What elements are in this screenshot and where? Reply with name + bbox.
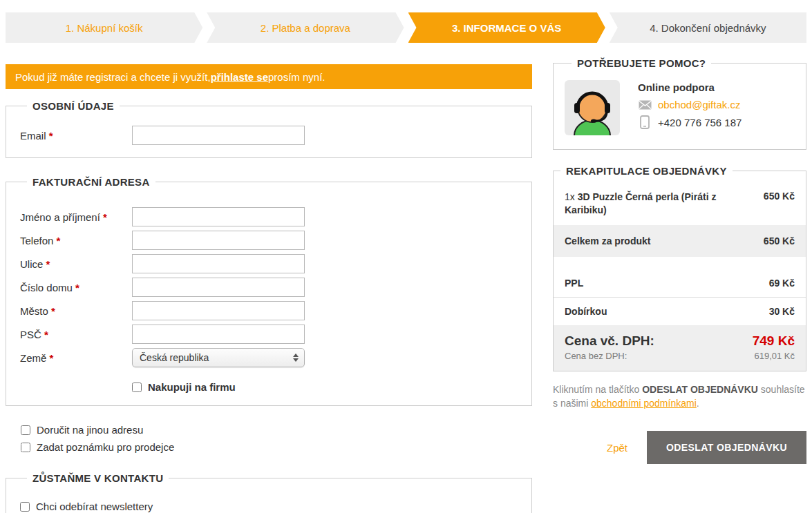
- payment-price: 30 Kč: [769, 306, 795, 317]
- total-excl-vat-label: Cena bez DPH:: [565, 351, 627, 361]
- login-banner-text-after: prosím nyní.: [268, 71, 325, 83]
- support-avatar: [565, 80, 620, 135]
- country-selected-value: Česká republika: [140, 352, 209, 363]
- submit-order-button[interactable]: ODESLAT OBJEDNÁVKU: [647, 431, 806, 464]
- total-incl-vat-price: 749 Kč: [753, 333, 795, 349]
- email-icon: [638, 100, 652, 110]
- newsletter-label[interactable]: Chci odebírat newslettery: [36, 501, 153, 512]
- step-order-completion: 4. Dokončení objednávky: [610, 12, 806, 43]
- seller-note-checkbox[interactable]: [21, 443, 30, 452]
- terms-link[interactable]: obchodními podmínkami: [591, 398, 697, 409]
- billing-address-section: FAKTURAČNÍ ADRESA Jméno a příjmení * Tel…: [6, 176, 532, 406]
- sidebar: POTŘEBUJETE POMOC?: [553, 57, 806, 464]
- login-banner-text-before: Pokud již máte registraci a chcete ji vy…: [15, 71, 211, 83]
- support-email-link[interactable]: obchod@giftak.cz: [658, 99, 740, 110]
- checkout-steps: 1. Nákupní košík 2. Platba a doprava 3. …: [6, 12, 806, 43]
- support-title: Online podpora: [638, 81, 742, 93]
- required-mark: *: [51, 305, 55, 317]
- item-name: 3D Puzzle Černá perla (Piráti z Karibiku…: [565, 191, 716, 215]
- required-mark: *: [44, 329, 48, 340]
- login-link[interactable]: přihlaste se: [211, 71, 268, 83]
- company-purchase-checkbox[interactable]: [132, 383, 142, 392]
- total-row: Cena vč. DPH: 749 Kč Cena bez DPH: 619,0…: [554, 325, 806, 371]
- country-label: Země *: [20, 352, 132, 364]
- full-name-label: Jméno a příjmení *: [20, 211, 132, 223]
- required-mark: *: [75, 282, 79, 293]
- house-number-input[interactable]: [132, 278, 305, 297]
- billing-address-legend: FAKTURAČNÍ ADRESA: [27, 176, 155, 188]
- back-link[interactable]: Zpět: [607, 442, 627, 454]
- total-incl-vat-label: Cena vč. DPH:: [565, 333, 654, 349]
- item-quantity: 1x: [565, 191, 578, 202]
- other-address-checkbox[interactable]: [21, 425, 30, 435]
- shipping-label: PPL: [565, 278, 583, 289]
- subtotal-label: Celkem za produkt: [565, 235, 650, 246]
- seller-note-label[interactable]: Zadat poznámku pro prodejce: [37, 441, 174, 453]
- newsletter-checkbox[interactable]: [20, 502, 30, 512]
- payment-row: Dobírkou 30 Kč: [554, 298, 806, 325]
- main-column: Pokud již máte registraci a chcete ji vy…: [6, 64, 532, 513]
- item-price: 650 Kč: [764, 191, 795, 217]
- actions-row: Zpět ODESLAT OBJEDNÁVKU: [553, 431, 806, 464]
- help-legend: POTŘEBUJETE POMOC?: [572, 57, 711, 69]
- stay-in-touch-legend: ZŮSTAŇME V KONTAKTU: [27, 472, 169, 484]
- login-banner: Pokud již máte registraci a chcete ji vy…: [6, 64, 532, 89]
- city-label: Město *: [20, 305, 132, 317]
- zip-label: PSČ *: [20, 329, 132, 340]
- shipping-row: PPL 69 Kč: [554, 269, 806, 298]
- personal-data-section: OSOBNÍ ÚDAJE Email *: [6, 100, 532, 158]
- payment-label: Dobírkou: [565, 306, 607, 317]
- city-input[interactable]: [132, 301, 305, 320]
- total-excl-vat-price: 619,01 Kč: [754, 351, 795, 361]
- shipping-price: 69 Kč: [769, 278, 795, 289]
- subtotal-price: 650 Kč: [764, 235, 795, 246]
- extra-options: Doručit na jinou adresu Zadat poznámku p…: [21, 424, 532, 453]
- step-cart[interactable]: 1. Nákupní košík: [6, 12, 202, 43]
- zip-input[interactable]: [132, 325, 305, 344]
- order-item-row: 1x 3D Puzzle Černá perla (Piráti z Karib…: [554, 181, 806, 225]
- required-mark: *: [103, 211, 107, 223]
- full-name-input[interactable]: [132, 207, 305, 226]
- required-mark: *: [46, 258, 50, 270]
- phone-icon: [638, 115, 652, 129]
- step-your-information[interactable]: 3. INFORMACE O VÁS: [408, 12, 605, 43]
- street-label: Ulice *: [20, 258, 132, 270]
- phone-input[interactable]: [132, 231, 305, 250]
- personal-data-legend: OSOBNÍ ÚDAJE: [27, 100, 120, 112]
- terms-note: Kliknutím na tlačítko ODESLAT OBJEDNÁVKU…: [553, 383, 806, 411]
- email-label: Email *: [20, 130, 132, 142]
- step-payment-shipping[interactable]: 2. Platba a doprava: [207, 12, 404, 43]
- help-section: POTŘEBUJETE POMOC?: [553, 57, 806, 150]
- product-subtotal-row: Celkem za produkt 650 Kč: [554, 225, 806, 257]
- terms-button-name: ODESLAT OBJEDNÁVKU: [642, 384, 758, 395]
- country-select[interactable]: Česká republika: [132, 348, 305, 367]
- checkout-page: 1. Nákupní košík 2. Platba a doprava 3. …: [0, 0, 812, 513]
- order-summary-section: REKAPITULACE OBJEDNÁVKY 1x 3D Puzzle Čer…: [553, 165, 806, 371]
- support-phone: +420 776 756 187: [658, 117, 742, 128]
- phone-label: Telefon *: [20, 235, 132, 246]
- order-summary-legend: REKAPITULACE OBJEDNÁVKY: [560, 165, 733, 177]
- street-input[interactable]: [132, 254, 305, 273]
- required-mark: *: [49, 130, 53, 142]
- required-mark: *: [57, 235, 61, 246]
- select-arrows-icon: [293, 354, 299, 362]
- email-input[interactable]: [132, 126, 305, 145]
- house-number-label: Číslo domu *: [20, 282, 132, 293]
- stay-in-touch-section: ZŮSTAŇME V KONTAKTU Chci odebírat newsle…: [6, 472, 532, 513]
- other-address-label[interactable]: Doručit na jinou adresu: [37, 424, 143, 436]
- required-mark: *: [50, 352, 54, 364]
- company-purchase-label[interactable]: Nakupuji na firmu: [148, 381, 236, 393]
